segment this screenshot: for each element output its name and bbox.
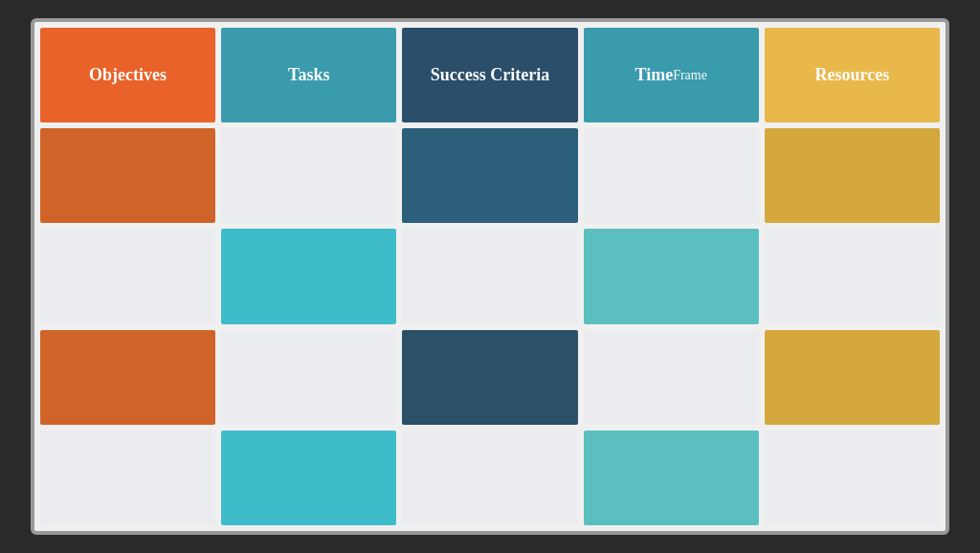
cell-r3c2	[221, 229, 396, 323]
cell-r3c4	[584, 229, 759, 323]
header-tasks: Tasks	[221, 28, 396, 122]
header-success-criteria: Success Criteria	[402, 28, 577, 122]
cell-r4c1	[40, 330, 215, 425]
header-resources: Resources	[765, 28, 940, 122]
cell-r2c3	[402, 128, 577, 223]
cell-r5c5	[765, 431, 940, 525]
cell-r3c5	[765, 229, 940, 323]
cell-r2c2	[221, 128, 396, 223]
cell-r5c2	[221, 431, 396, 525]
cell-r2c4	[584, 128, 759, 223]
cell-r4c4	[584, 330, 759, 425]
cell-r4c3	[402, 330, 577, 425]
cell-r3c3	[402, 229, 577, 323]
cell-r4c5	[765, 330, 940, 425]
header-objectives: Objectives	[40, 28, 215, 122]
cell-r5c3	[402, 431, 577, 525]
header-time-frame: Time Frame	[584, 28, 759, 122]
smart-grid: Objectives Tasks Success Criteria Time F…	[31, 18, 949, 535]
cell-r5c1	[40, 431, 215, 525]
cell-r5c4	[584, 431, 759, 525]
cell-r2c1	[40, 128, 215, 223]
cell-r3c1	[40, 229, 215, 323]
cell-r4c2	[221, 330, 396, 425]
cell-r2c5	[765, 128, 940, 223]
